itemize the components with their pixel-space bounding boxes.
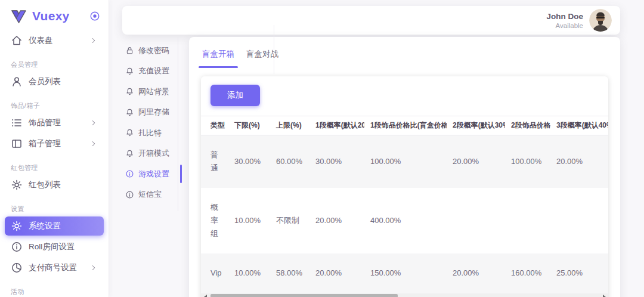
tab-bar: 盲盒开箱盲盒对战: [189, 37, 620, 68]
sidebar-section-header: 会员管理: [11, 60, 109, 69]
sidebar-item-红包列表[interactable]: 红包列表: [5, 175, 104, 194]
table-cell: 100.00%: [364, 135, 447, 188]
content-card: 盲盒开箱盲盒对战 添加 类型下限(%)上限(%)1段概率(默认20%)1段饰品价…: [189, 37, 620, 297]
info-icon: [125, 190, 134, 199]
info-icon: [125, 169, 134, 178]
sidebar-item-箱子管理[interactable]: 箱子管理: [5, 134, 104, 153]
chevron-right-icon: [89, 36, 98, 45]
table-cell: 25.00%: [550, 253, 608, 293]
table-cell: 不限制: [270, 188, 309, 253]
settings-item-开箱模式[interactable]: 开箱模式: [125, 147, 178, 160]
list-icon: [11, 117, 23, 129]
sidebar-item-Roll房间设置[interactable]: Roll房间设置: [5, 237, 104, 256]
settings-item-label: 游戏设置: [138, 169, 169, 180]
sidebar-item-label: 支付商号设置: [29, 262, 77, 273]
sidebar-item-label: 系统设置: [29, 221, 61, 231]
user-menu[interactable]: John Doe Available: [546, 9, 612, 32]
box-icon: [11, 138, 23, 150]
table-cell: 20.00%: [309, 188, 364, 253]
scrollbar-thumb[interactable]: [210, 294, 398, 297]
gear-icon: [11, 179, 23, 191]
sidebar-section-header: 饰品/箱子: [11, 101, 109, 110]
info-icon: [11, 241, 23, 253]
scroll-right-arrow-icon[interactable]: [600, 293, 608, 297]
table-cell: [447, 188, 505, 253]
settings-item-短信宝[interactable]: 短信宝: [125, 188, 178, 201]
settings-item-label: 扎比特: [138, 128, 162, 138]
settings-item-游戏设置[interactable]: 游戏设置: [125, 168, 178, 180]
chevron-right-icon: [89, 119, 98, 127]
table-cell: 20.00%: [550, 135, 608, 188]
brand-name: Vuexy: [32, 9, 70, 23]
header-card: John Doe Available: [122, 6, 620, 35]
settings-item-阿里存储[interactable]: 阿里存储: [125, 106, 178, 119]
column-header: 1段饰品价格比(盲盒价格*比例): [364, 116, 447, 135]
column-header: 上限(%): [270, 116, 309, 135]
sidebar-pin-toggle-icon[interactable]: [89, 11, 100, 21]
settings-item-label: 修改密码: [138, 45, 169, 56]
bell-icon: [125, 108, 134, 117]
table-cell: 400.00%: [364, 188, 447, 253]
sidebar-item-label: 饰品管理: [29, 117, 61, 128]
column-header: 2段概率(默认30%): [447, 116, 505, 135]
sidebar-section-header: 活动: [11, 287, 109, 296]
tab-盲盒对战[interactable]: 盲盒对战: [245, 49, 280, 68]
tab-bar-divider: [274, 25, 274, 74]
user-name: John Doe: [546, 12, 583, 21]
sidebar-item-仪表盘[interactable]: 仪表盘: [5, 31, 104, 50]
user-icon: [11, 76, 23, 88]
table-row: 概率组10.00%不限制20.00%400.00%: [201, 188, 608, 253]
table-cell: [505, 188, 550, 253]
table-cell: 30.00%: [228, 135, 270, 188]
bell-icon: [125, 87, 134, 96]
chevron-right-icon: [89, 264, 98, 272]
chevron-right-icon: [89, 140, 98, 148]
table-body: 普通30.00%60.00%30.00%100.00%20.00%100.00%…: [201, 135, 608, 293]
column-header: 下限(%): [228, 116, 270, 135]
pie-icon: [11, 262, 23, 274]
sidebar-item-系统设置[interactable]: 系统设置: [5, 216, 104, 236]
user-text: John Doe Available: [546, 12, 583, 29]
sidebar-item-label: 红包列表: [29, 180, 61, 190]
sidebar-item-会员列表[interactable]: 会员列表: [5, 72, 104, 91]
gear-icon: [11, 220, 23, 232]
settings-item-修改密码[interactable]: 修改密码: [125, 44, 178, 57]
sidebar-section-header: 红包管理: [11, 163, 109, 172]
horizontal-scrollbar[interactable]: [201, 293, 608, 297]
settings-item-充值设置[interactable]: 充值设置: [125, 65, 178, 78]
sidebar-section-header: 设置: [11, 205, 109, 214]
settings-item-label: 充值设置: [138, 66, 169, 76]
avatar[interactable]: [589, 9, 612, 32]
settings-menu: 修改密码充值设置网站背景阿里存储扎比特开箱模式游戏设置短信宝: [122, 37, 178, 211]
table-cell: 60.00%: [270, 135, 309, 188]
sidebar-nav: 仪表盘会员管理会员列表饰品/箱子饰品管理箱子管理红包管理红包列表设置系统设置Ro…: [0, 31, 109, 296]
scroll-left-arrow-icon[interactable]: [201, 293, 209, 297]
settings-item-label: 网站背景: [138, 86, 169, 97]
main-area: John Doe Available 修改密码充值设置网站背景阿里存储扎比特开箱…: [109, 0, 644, 297]
settings-item-扎比特[interactable]: 扎比特: [125, 126, 178, 139]
table-cell: [550, 188, 608, 253]
brand-row: Vuexy: [0, 0, 109, 29]
table-cell: 150.00%: [364, 253, 447, 293]
sidebar-item-支付商号设置[interactable]: 支付商号设置: [5, 258, 104, 277]
table-cell: 20.00%: [447, 135, 505, 188]
bell-icon: [125, 149, 134, 158]
table-cell: Vip: [201, 253, 228, 293]
tab-盲盒开箱[interactable]: 盲盒开箱: [201, 49, 236, 68]
bell-icon: [125, 67, 134, 76]
rates-table: 类型下限(%)上限(%)1段概率(默认20%)1段饰品价格比(盲盒价格*比例)2…: [201, 116, 608, 293]
add-button[interactable]: 添加: [210, 85, 260, 106]
table-row: 普通30.00%60.00%30.00%100.00%20.00%100.00%…: [201, 135, 608, 188]
table-cell: 10.00%: [228, 253, 270, 293]
sidebar-item-label: 会员列表: [29, 76, 61, 87]
settings-item-网站背景[interactable]: 网站背景: [125, 85, 178, 98]
lock-icon: [125, 46, 134, 55]
sidebar-item-饰品管理[interactable]: 饰品管理: [5, 113, 104, 132]
sidebar-item-label: 箱子管理: [29, 138, 61, 149]
settings-item-label: 阿里存储: [138, 107, 169, 117]
table-cell: 58.00%: [270, 253, 309, 293]
table-cell: 160.00%: [505, 253, 550, 293]
main-sidebar: Vuexy 仪表盘会员管理会员列表饰品/箱子饰品管理箱子管理红包管理红包列表设置…: [0, 0, 109, 297]
table-cell: 概率组: [201, 188, 228, 253]
table-cell: 20.00%: [309, 253, 364, 293]
